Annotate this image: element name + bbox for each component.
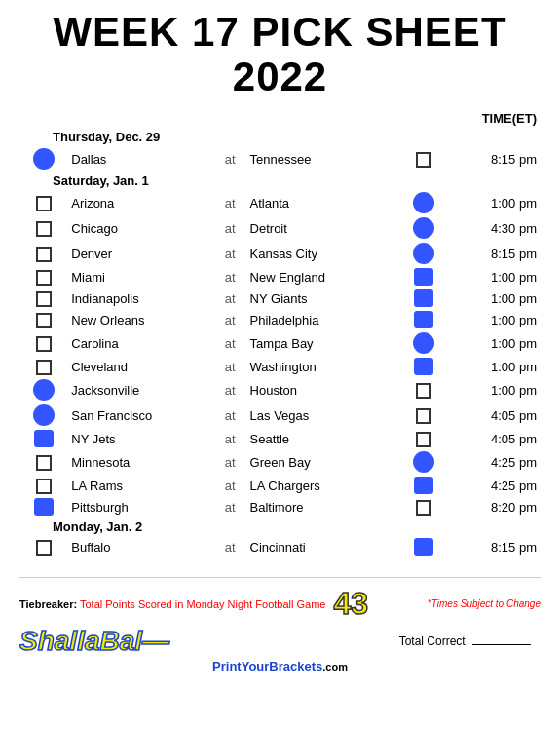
away-team: Tampa Bay bbox=[246, 330, 399, 356]
tiebreaker-number: 43 bbox=[334, 586, 369, 622]
pick-dot-square bbox=[34, 498, 54, 516]
at-label: at bbox=[214, 377, 246, 403]
checkbox[interactable] bbox=[416, 500, 431, 516]
pick-dot bbox=[413, 451, 434, 473]
at-label: at bbox=[214, 241, 246, 266]
title-line1: WEEK 17 PICK SHEET bbox=[19, 10, 541, 55]
game-time: 1:00 pm bbox=[447, 190, 541, 215]
game-time: 4:05 pm bbox=[447, 428, 541, 449]
game-time: 8:15 pm bbox=[447, 536, 541, 557]
game-row: ClevelandatWashington1:00 pm bbox=[19, 356, 541, 377]
section-header: Thursday, Dec. 29 bbox=[53, 130, 160, 144]
pick-dot-square bbox=[414, 477, 433, 494]
game-row: JacksonvilleatHouston1:00 pm bbox=[19, 377, 541, 403]
brand-text: ShallaBal— bbox=[19, 626, 169, 657]
game-row: ArizonaatAtlanta1:00 pm bbox=[19, 190, 541, 215]
checkbox[interactable] bbox=[36, 479, 52, 494]
home-team: NY Jets bbox=[67, 428, 214, 449]
away-team: Atlanta bbox=[246, 190, 399, 215]
checkbox[interactable] bbox=[36, 196, 52, 211]
game-row: BuffaloatCincinnati8:15 pm bbox=[19, 536, 541, 557]
pick-dot-square bbox=[414, 268, 433, 286]
game-time: 4:30 pm bbox=[447, 215, 541, 241]
section-header: Monday, Jan. 2 bbox=[53, 519, 142, 534]
checkbox[interactable] bbox=[36, 247, 52, 262]
away-team: Detroit bbox=[246, 215, 399, 241]
game-row: MiamiatNew England1:00 pm bbox=[19, 266, 541, 288]
pick-dot bbox=[33, 379, 55, 401]
home-team: Carolina bbox=[67, 330, 214, 356]
home-team: Buffalo bbox=[67, 536, 214, 557]
at-label: at bbox=[214, 356, 246, 377]
home-team: Dallas bbox=[67, 146, 214, 172]
at-label: at bbox=[214, 215, 246, 241]
home-team: Chicago bbox=[67, 215, 214, 241]
at-label: at bbox=[214, 449, 246, 475]
pick-dot-square bbox=[414, 311, 433, 328]
away-team: Green Bay bbox=[246, 449, 399, 475]
game-row: NY JetsatSeattle4:05 pm bbox=[19, 428, 541, 449]
away-team: Cincinnati bbox=[246, 536, 399, 557]
checkbox[interactable] bbox=[36, 270, 52, 286]
at-label: at bbox=[214, 309, 246, 330]
home-team: Miami bbox=[67, 266, 214, 288]
checkbox[interactable] bbox=[36, 221, 52, 237]
checkbox[interactable] bbox=[416, 152, 431, 168]
away-team: LA Chargers bbox=[246, 475, 399, 496]
away-team: Las Vegas bbox=[246, 403, 399, 428]
checkbox[interactable] bbox=[36, 336, 52, 352]
checkbox[interactable] bbox=[416, 432, 431, 447]
pick-dot-square bbox=[414, 289, 433, 307]
away-team: Houston bbox=[246, 377, 399, 403]
game-row: LA RamsatLA Chargers4:25 pm bbox=[19, 475, 541, 496]
at-label: at bbox=[214, 330, 246, 356]
at-label: at bbox=[214, 428, 246, 449]
footer: Tiebreaker: Total Points Scored in Monda… bbox=[19, 577, 541, 673]
away-team: Kansas City bbox=[246, 241, 399, 266]
at-label: at bbox=[214, 536, 246, 557]
game-row: DallasatTennessee8:15 pm bbox=[19, 146, 541, 172]
checkbox[interactable] bbox=[36, 360, 52, 375]
game-time: 1:00 pm bbox=[447, 377, 541, 403]
pick-dot-square bbox=[414, 538, 433, 556]
game-row: DenveratKansas City8:15 pm bbox=[19, 241, 541, 266]
home-team: Arizona bbox=[67, 190, 214, 215]
home-team: San Francisco bbox=[67, 403, 214, 428]
game-time: 1:00 pm bbox=[447, 330, 541, 356]
title: WEEK 17 PICK SHEET 2022 bbox=[19, 10, 541, 99]
game-time: 8:15 pm bbox=[447, 241, 541, 266]
at-label: at bbox=[214, 403, 246, 428]
away-team: Baltimore bbox=[246, 496, 399, 518]
pick-dot bbox=[413, 243, 434, 264]
game-row: MinnesotaatGreen Bay4:25 pm bbox=[19, 449, 541, 475]
checkbox[interactable] bbox=[36, 291, 52, 307]
home-team: Pittsburgh bbox=[67, 496, 214, 518]
game-time: 4:25 pm bbox=[447, 475, 541, 496]
game-time: 1:00 pm bbox=[447, 356, 541, 377]
away-team: NY Giants bbox=[246, 288, 399, 309]
away-team: Seattle bbox=[246, 428, 399, 449]
pick-dot-square bbox=[414, 358, 433, 375]
time-header: TIME(ET) bbox=[447, 109, 541, 128]
home-team: LA Rams bbox=[67, 475, 214, 496]
game-time: 1:00 pm bbox=[447, 266, 541, 288]
pick-dot bbox=[413, 217, 434, 239]
title-line2: 2022 bbox=[19, 55, 541, 99]
home-team: Cleveland bbox=[67, 356, 214, 377]
checkbox[interactable] bbox=[416, 408, 431, 424]
total-correct: Total Correct bbox=[399, 634, 531, 648]
game-time: 4:25 pm bbox=[447, 449, 541, 475]
game-row: New OrleansatPhiladelphia1:00 pm bbox=[19, 309, 541, 330]
home-team: New Orleans bbox=[67, 309, 214, 330]
game-row: ChicagoatDetroit4:30 pm bbox=[19, 215, 541, 241]
game-row: CarolinaatTampa Bay1:00 pm bbox=[19, 330, 541, 356]
checkbox[interactable] bbox=[36, 313, 52, 328]
checkbox[interactable] bbox=[36, 455, 52, 471]
game-time: 8:20 pm bbox=[447, 496, 541, 518]
checkbox[interactable] bbox=[36, 540, 52, 556]
home-team: Indianapolis bbox=[67, 288, 214, 309]
pick-dot bbox=[33, 148, 55, 170]
games-table: TIME(ET) Thursday, Dec. 29DallasatTennes… bbox=[19, 109, 541, 557]
checkbox[interactable] bbox=[416, 383, 431, 399]
pick-dot-square bbox=[34, 430, 54, 447]
